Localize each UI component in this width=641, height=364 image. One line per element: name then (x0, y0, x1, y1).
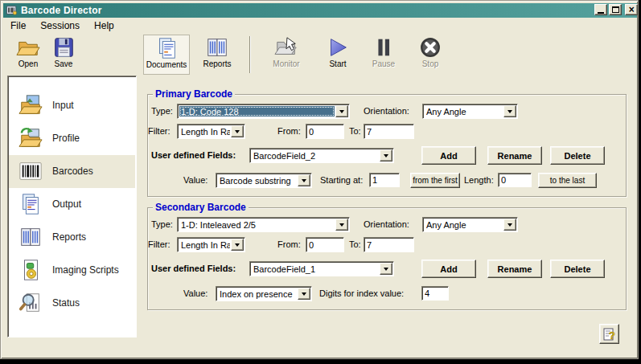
chevron-down-icon[interactable] (231, 125, 244, 137)
output-documents-icon (18, 192, 43, 216)
primary-value-select[interactable]: Barcode substring (216, 173, 312, 188)
primary-from-label: From: (277, 126, 301, 136)
stop-icon (418, 35, 442, 59)
desktop: Barcode Director × File Sessions Help Op… (0, 0, 641, 364)
secondary-barcode-group: Secondary Barcode Type: 1-D: Inteleaved … (147, 207, 627, 310)
close-button[interactable]: × (625, 4, 638, 15)
chevron-down-icon[interactable] (380, 149, 392, 162)
sidebar-item-label: Imaging Scripts (52, 254, 119, 287)
sidebar-item-status[interactable]: Status (9, 287, 135, 320)
close-icon: × (628, 6, 634, 14)
secondary-type-label: Type: (151, 219, 173, 229)
primary-filter-label: Filter: (148, 126, 171, 136)
maximize-button[interactable] (609, 4, 622, 15)
primary-add-button[interactable]: Add (421, 146, 476, 165)
monitor-button[interactable]: Monitor (262, 35, 310, 75)
menu-bar: File Sessions Help (3, 18, 637, 33)
chevron-down-icon[interactable] (298, 288, 310, 300)
app-icon (6, 5, 18, 16)
secondary-orientation-label: Orientation: (364, 219, 409, 229)
secondary-orientation-select[interactable]: Any Angle (422, 217, 518, 232)
sidebar-item-label: Profile (52, 122, 80, 155)
chevron-down-icon[interactable] (380, 263, 392, 275)
sidebar-item-label: Reports (52, 221, 86, 254)
secondary-type-value: 1-D: Inteleaved 2/5 (179, 219, 335, 230)
secondary-type-select[interactable]: 1-D: Inteleaved 2/5 (177, 217, 350, 232)
primary-value-value: Barcode substring (218, 175, 297, 186)
primary-type-select[interactable]: 1-D: Code 128 (177, 104, 350, 119)
minimize-button[interactable] (594, 4, 607, 15)
imaging-scripts-icon (18, 258, 43, 282)
chevron-down-icon[interactable] (503, 105, 516, 117)
save-floppy-icon (51, 35, 76, 59)
start-button[interactable]: Start (318, 35, 357, 75)
primary-group-title: Primary Barcode (153, 88, 235, 100)
sidebar-item-barcodes[interactable]: Barcodes (9, 155, 135, 188)
documents-button[interactable]: Documents (143, 35, 190, 75)
chevron-down-icon[interactable] (335, 219, 348, 231)
primary-filter-select[interactable]: Length In Range: (177, 124, 245, 139)
pause-icon (372, 35, 396, 59)
primary-from-input[interactable] (306, 124, 344, 139)
secondary-delete-button[interactable]: Delete (550, 260, 605, 278)
save-button[interactable]: Save (47, 35, 80, 75)
sidebar-item-imaging-scripts[interactable]: Imaging Scripts (9, 254, 135, 287)
start-icon (326, 35, 350, 59)
primary-rename-button[interactable]: Rename (487, 146, 542, 165)
open-button[interactable]: Open (10, 35, 46, 75)
sidebar-item-input[interactable]: Input (9, 89, 135, 122)
menu-help[interactable]: Help (87, 19, 121, 32)
chevron-down-icon[interactable] (335, 105, 348, 117)
secondary-from-input[interactable] (306, 237, 344, 252)
secondary-value-select[interactable]: Index on presence (216, 286, 312, 301)
secondary-to-input[interactable] (364, 237, 414, 252)
stop-button[interactable]: Stop (410, 35, 450, 75)
secondary-digits-label: Digits for index value: (319, 288, 404, 298)
chevron-down-icon[interactable] (231, 239, 244, 251)
sidebar-item-label: Barcodes (52, 155, 93, 188)
primary-udf-select[interactable]: BarcodeField_2 (249, 148, 394, 163)
reports-icon (205, 35, 229, 59)
input-folder-icon (18, 93, 43, 117)
primary-to-label: To: (349, 126, 361, 136)
reports-book-icon (18, 225, 43, 249)
pause-button[interactable]: Pause (363, 35, 405, 75)
reports-button[interactable]: Reports (196, 35, 238, 75)
chevron-down-icon[interactable] (503, 219, 516, 231)
primary-orientation-value: Any Angle (425, 106, 503, 117)
primary-starting-input[interactable] (369, 173, 400, 187)
menu-sessions[interactable]: Sessions (33, 19, 87, 32)
monitor-icon (274, 35, 298, 59)
primary-value-label: Value: (183, 175, 208, 185)
primary-barcode-group: Primary Barcode Type: 1-D: Code 128 Orie… (147, 94, 627, 197)
minimize-icon (598, 12, 604, 14)
primary-orientation-select[interactable]: Any Angle (422, 104, 518, 119)
secondary-add-button[interactable]: Add (421, 260, 476, 278)
primary-delete-button[interactable]: Delete (550, 146, 605, 165)
open-label: Open (10, 59, 46, 68)
primary-from-first-button[interactable]: from the first (410, 173, 460, 188)
sidebar-item-reports[interactable]: Reports (9, 221, 135, 254)
primary-length-input[interactable] (498, 173, 532, 187)
sidebar-item-output[interactable]: Output (9, 188, 135, 221)
menu-file[interactable]: File (3, 19, 33, 32)
chevron-down-icon[interactable] (298, 174, 310, 186)
documents-label: Documents (144, 60, 189, 69)
primary-orientation-label: Orientation: (364, 106, 409, 116)
secondary-rename-button[interactable]: Rename (487, 260, 542, 278)
window-title: Barcode Director (21, 5, 102, 16)
primary-to-input[interactable] (364, 124, 414, 139)
secondary-value-label: Value: (183, 288, 208, 298)
secondary-digits-input[interactable] (421, 286, 449, 301)
primary-type-label: Type: (151, 106, 173, 116)
help-button[interactable]: ? (599, 324, 619, 344)
primary-udf-label: User defined Fields: (151, 150, 236, 160)
sidebar-item-label: Input (52, 89, 74, 122)
secondary-udf-select[interactable]: BarcodeField_1 (249, 261, 394, 276)
sidebar-item-profile[interactable]: Profile (9, 122, 135, 155)
open-folder-icon (16, 35, 40, 59)
secondary-filter-select[interactable]: Length In Range: (177, 237, 245, 252)
secondary-udf-value: BarcodeField_1 (252, 264, 379, 274)
primary-to-last-button[interactable]: to the last (538, 173, 597, 188)
primary-starting-label: Starting at: (320, 175, 363, 185)
